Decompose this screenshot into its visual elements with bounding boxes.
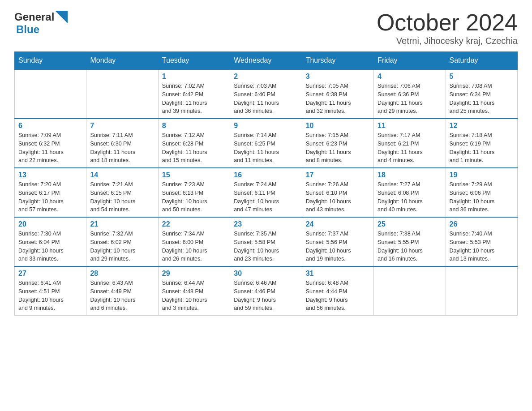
day-info: Sunrise: 7:24 AM Sunset: 6:11 PM Dayligh… xyxy=(234,180,298,214)
day-number: 20 xyxy=(18,220,82,228)
calendar-cell: 16Sunrise: 7:24 AM Sunset: 6:11 PM Dayli… xyxy=(230,168,302,217)
day-info: Sunrise: 6:41 AM Sunset: 4:51 PM Dayligh… xyxy=(18,279,82,313)
day-number: 15 xyxy=(162,171,226,179)
day-number: 12 xyxy=(450,122,514,130)
day-number: 9 xyxy=(234,122,298,130)
day-number: 21 xyxy=(90,220,154,228)
title-block: October 2024 Vetrni, Jihocesky kraj, Cze… xyxy=(377,11,518,46)
day-info: Sunrise: 7:20 AM Sunset: 6:17 PM Dayligh… xyxy=(18,180,82,214)
day-info: Sunrise: 7:40 AM Sunset: 5:53 PM Dayligh… xyxy=(450,230,514,263)
day-number: 16 xyxy=(234,171,298,179)
day-number: 3 xyxy=(306,73,370,81)
calendar-cell xyxy=(15,69,86,119)
week-row-1: 1Sunrise: 7:02 AM Sunset: 6:42 PM Daylig… xyxy=(15,69,518,119)
calendar-cell xyxy=(86,69,158,119)
calendar-cell: 11Sunrise: 7:17 AM Sunset: 6:21 PM Dayli… xyxy=(374,119,446,168)
logo-general-text: General xyxy=(14,11,54,23)
day-number: 7 xyxy=(90,122,154,130)
calendar-cell: 18Sunrise: 7:27 AM Sunset: 6:08 PM Dayli… xyxy=(374,168,446,217)
day-info: Sunrise: 7:18 AM Sunset: 6:19 PM Dayligh… xyxy=(450,131,514,165)
calendar-cell: 8Sunrise: 7:12 AM Sunset: 6:28 PM Daylig… xyxy=(158,119,230,168)
day-number: 14 xyxy=(90,171,154,179)
calendar-cell: 13Sunrise: 7:20 AM Sunset: 6:17 PM Dayli… xyxy=(15,168,86,217)
calendar-cell: 28Sunrise: 6:43 AM Sunset: 4:49 PM Dayli… xyxy=(86,266,158,316)
calendar-cell: 27Sunrise: 6:41 AM Sunset: 4:51 PM Dayli… xyxy=(15,266,86,316)
day-info: Sunrise: 6:46 AM Sunset: 4:46 PM Dayligh… xyxy=(234,279,298,313)
day-info: Sunrise: 7:14 AM Sunset: 6:25 PM Dayligh… xyxy=(234,131,298,165)
day-info: Sunrise: 7:06 AM Sunset: 6:36 PM Dayligh… xyxy=(378,82,442,116)
calendar-cell: 19Sunrise: 7:29 AM Sunset: 6:06 PM Dayli… xyxy=(446,168,517,217)
logo: General Blue xyxy=(14,11,68,36)
calendar-cell: 7Sunrise: 7:11 AM Sunset: 6:30 PM Daylig… xyxy=(86,119,158,168)
day-info: Sunrise: 7:27 AM Sunset: 6:08 PM Dayligh… xyxy=(378,180,442,214)
calendar-cell: 2Sunrise: 7:03 AM Sunset: 6:40 PM Daylig… xyxy=(230,69,302,119)
week-row-2: 6Sunrise: 7:09 AM Sunset: 6:32 PM Daylig… xyxy=(15,119,518,168)
calendar-cell: 10Sunrise: 7:15 AM Sunset: 6:23 PM Dayli… xyxy=(302,119,373,168)
calendar-cell: 26Sunrise: 7:40 AM Sunset: 5:53 PM Dayli… xyxy=(446,217,517,266)
day-number: 31 xyxy=(306,270,370,278)
calendar-cell: 12Sunrise: 7:18 AM Sunset: 6:19 PM Dayli… xyxy=(446,119,517,168)
day-number: 2 xyxy=(234,73,298,81)
day-number: 29 xyxy=(162,270,226,278)
day-header-thursday: Thursday xyxy=(302,52,373,70)
day-info: Sunrise: 7:21 AM Sunset: 6:15 PM Dayligh… xyxy=(90,180,154,214)
day-info: Sunrise: 7:02 AM Sunset: 6:42 PM Dayligh… xyxy=(162,82,226,116)
calendar-cell: 4Sunrise: 7:06 AM Sunset: 6:36 PM Daylig… xyxy=(374,69,446,119)
day-info: Sunrise: 7:08 AM Sunset: 6:34 PM Dayligh… xyxy=(450,82,514,116)
day-info: Sunrise: 7:38 AM Sunset: 5:55 PM Dayligh… xyxy=(378,230,442,263)
day-number: 24 xyxy=(306,220,370,228)
day-number: 10 xyxy=(306,122,370,130)
day-header-monday: Monday xyxy=(86,52,158,70)
day-number: 1 xyxy=(162,73,226,81)
day-info: Sunrise: 7:05 AM Sunset: 6:38 PM Dayligh… xyxy=(306,82,370,116)
day-info: Sunrise: 7:15 AM Sunset: 6:23 PM Dayligh… xyxy=(306,131,370,165)
day-header-wednesday: Wednesday xyxy=(230,52,302,70)
day-header-friday: Friday xyxy=(374,52,446,70)
day-info: Sunrise: 7:37 AM Sunset: 5:56 PM Dayligh… xyxy=(306,230,370,263)
day-info: Sunrise: 7:17 AM Sunset: 6:21 PM Dayligh… xyxy=(378,131,442,165)
calendar-cell: 17Sunrise: 7:26 AM Sunset: 6:10 PM Dayli… xyxy=(302,168,373,217)
day-number: 17 xyxy=(306,171,370,179)
week-row-3: 13Sunrise: 7:20 AM Sunset: 6:17 PM Dayli… xyxy=(15,168,518,217)
calendar-cell: 20Sunrise: 7:30 AM Sunset: 6:04 PM Dayli… xyxy=(15,217,86,266)
calendar-cell: 1Sunrise: 7:02 AM Sunset: 6:42 PM Daylig… xyxy=(158,69,230,119)
calendar-cell xyxy=(446,266,517,316)
day-info: Sunrise: 6:43 AM Sunset: 4:49 PM Dayligh… xyxy=(90,279,154,313)
day-header-tuesday: Tuesday xyxy=(158,52,230,70)
calendar-cell: 23Sunrise: 7:35 AM Sunset: 5:58 PM Dayli… xyxy=(230,217,302,266)
day-number: 18 xyxy=(378,171,442,179)
logo-blue-text: Blue xyxy=(16,23,39,35)
day-number: 5 xyxy=(450,73,514,81)
month-title: October 2024 xyxy=(377,11,518,34)
logo-icon xyxy=(55,11,68,23)
week-row-5: 27Sunrise: 6:41 AM Sunset: 4:51 PM Dayli… xyxy=(15,266,518,316)
calendar-cell: 22Sunrise: 7:34 AM Sunset: 6:00 PM Dayli… xyxy=(158,217,230,266)
days-header-row: SundayMondayTuesdayWednesdayThursdayFrid… xyxy=(15,52,518,70)
day-number: 28 xyxy=(90,270,154,278)
calendar-table: SundayMondayTuesdayWednesdayThursdayFrid… xyxy=(14,51,518,316)
calendar-cell: 5Sunrise: 7:08 AM Sunset: 6:34 PM Daylig… xyxy=(446,69,517,119)
calendar-cell: 30Sunrise: 6:46 AM Sunset: 4:46 PM Dayli… xyxy=(230,266,302,316)
day-info: Sunrise: 7:34 AM Sunset: 6:00 PM Dayligh… xyxy=(162,230,226,263)
calendar-cell: 25Sunrise: 7:38 AM Sunset: 5:55 PM Dayli… xyxy=(374,217,446,266)
day-info: Sunrise: 6:48 AM Sunset: 4:44 PM Dayligh… xyxy=(306,279,370,313)
day-number: 13 xyxy=(18,171,82,179)
svg-marker-0 xyxy=(55,11,68,23)
calendar-cell: 15Sunrise: 7:23 AM Sunset: 6:13 PM Dayli… xyxy=(158,168,230,217)
calendar-cell: 3Sunrise: 7:05 AM Sunset: 6:38 PM Daylig… xyxy=(302,69,373,119)
day-info: Sunrise: 7:26 AM Sunset: 6:10 PM Dayligh… xyxy=(306,180,370,214)
day-info: Sunrise: 6:44 AM Sunset: 4:48 PM Dayligh… xyxy=(162,279,226,313)
page-header: General Blue October 2024 Vetrni, Jihoce… xyxy=(14,11,518,46)
day-info: Sunrise: 7:30 AM Sunset: 6:04 PM Dayligh… xyxy=(18,230,82,263)
day-number: 22 xyxy=(162,220,226,228)
location-subtitle: Vetrni, Jihocesky kraj, Czechia xyxy=(377,36,518,46)
day-number: 11 xyxy=(378,122,442,130)
calendar-cell: 21Sunrise: 7:32 AM Sunset: 6:02 PM Dayli… xyxy=(86,217,158,266)
day-info: Sunrise: 7:35 AM Sunset: 5:58 PM Dayligh… xyxy=(234,230,298,263)
calendar-cell: 9Sunrise: 7:14 AM Sunset: 6:25 PM Daylig… xyxy=(230,119,302,168)
day-info: Sunrise: 7:29 AM Sunset: 6:06 PM Dayligh… xyxy=(450,180,514,214)
day-number: 25 xyxy=(378,220,442,228)
day-number: 26 xyxy=(450,220,514,228)
day-number: 19 xyxy=(450,171,514,179)
day-info: Sunrise: 7:32 AM Sunset: 6:02 PM Dayligh… xyxy=(90,230,154,263)
